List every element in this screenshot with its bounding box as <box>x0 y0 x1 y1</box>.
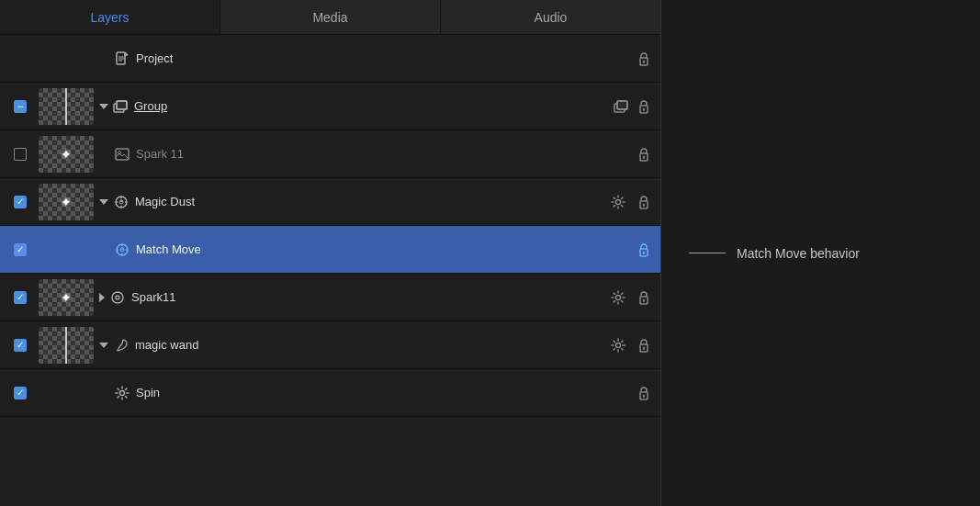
thumbnail-magic-dust: ✦ <box>39 184 94 220</box>
checkbox-area-spark11-2 <box>7 291 33 304</box>
checkbox-magic-wand[interactable] <box>14 339 27 352</box>
lock-icon-spark11-2[interactable] <box>635 288 653 307</box>
lock-icon-spark11[interactable] <box>635 145 653 163</box>
thumbnail-magic-wand <box>39 327 94 364</box>
layer-name-spark11: Spark 11 <box>136 147 635 161</box>
svg-point-29 <box>616 199 621 204</box>
document-icon-project <box>113 51 131 66</box>
layer-name-magic-wand: magic wand <box>135 338 609 352</box>
layer-name-group: Group <box>134 99 613 113</box>
gear-icon-magic-dust[interactable] <box>609 193 627 211</box>
thumbnail-spark11-2: ✦ <box>39 279 94 316</box>
gear-icon-spin-layer <box>113 386 131 400</box>
layer-name-magic-dust: Magic Dust <box>135 195 609 208</box>
behavior-icon-match-move <box>113 242 131 257</box>
lock-icon-match-move[interactable] <box>635 241 653 259</box>
annotation-text: Match Move behavior <box>737 246 860 261</box>
thumbnail-group <box>39 88 94 125</box>
triangle-spark11-2[interactable] <box>99 293 105 302</box>
image-icon-spark11 <box>113 148 131 161</box>
tab-audio[interactable]: Audio <box>441 0 660 34</box>
circle-icon-spark11-2 <box>108 290 127 305</box>
layer-name-project: Project <box>136 51 635 65</box>
group-icon-2 <box>613 97 631 116</box>
thumbnail-spark11: ✦ <box>39 136 94 173</box>
tab-media[interactable]: Media <box>220 0 441 34</box>
behavior-icon-magic-dust <box>112 195 130 209</box>
svg-point-45 <box>116 296 119 299</box>
checkbox-spark11-2[interactable] <box>14 291 27 304</box>
layer-row-spark11[interactable]: ✦ Spark 11 <box>0 130 660 178</box>
layer-row-project[interactable]: Project <box>0 35 660 83</box>
svg-rect-8 <box>117 101 127 109</box>
triangle-group[interactable] <box>99 104 108 109</box>
group-icon <box>112 97 130 116</box>
wand-icon-magic-wand <box>112 338 130 353</box>
svg-rect-11 <box>617 101 627 109</box>
layer-row-match-move[interactable]: Match Move <box>0 226 660 274</box>
layer-name-spin: Spin <box>136 386 635 399</box>
checkbox-area-magic-wand <box>7 339 33 352</box>
gear-icon-spark11-2[interactable] <box>609 288 627 307</box>
checkbox-area-match-move <box>7 243 33 256</box>
layer-name-spark11-2: Spark11 <box>131 290 609 304</box>
checkbox-area-spark11 <box>7 148 33 161</box>
tab-layers[interactable]: Layers <box>0 0 220 34</box>
checkbox-area-spin <box>7 387 33 399</box>
annotation-line-left <box>689 253 726 253</box>
svg-point-44 <box>112 292 123 303</box>
layer-row-magic-dust[interactable]: ✦ Magic Dust <box>0 178 660 226</box>
checkbox-group[interactable] <box>14 100 27 113</box>
lock-icon-magic-wand[interactable] <box>635 336 653 354</box>
checkbox-spark11[interactable] <box>14 148 27 161</box>
gear-icon-magic-wand[interactable] <box>609 336 627 354</box>
lock-icon-spin[interactable] <box>635 384 653 402</box>
checkbox-area-group <box>7 100 33 113</box>
layer-row-spin[interactable]: Spin <box>0 369 660 417</box>
checkbox-area-magic-dust <box>7 196 33 208</box>
lock-icon-magic-dust[interactable] <box>635 193 653 211</box>
layers-list: Project <box>0 35 660 506</box>
annotation: Match Move behavior <box>689 246 860 261</box>
svg-rect-16 <box>116 149 129 160</box>
svg-point-50 <box>616 343 621 347</box>
triangle-magic-dust[interactable] <box>99 199 108 205</box>
layer-row-magic-wand[interactable]: magic wand <box>0 321 660 369</box>
checkbox-spin[interactable] <box>14 387 27 399</box>
checkbox-magic-dust[interactable] <box>14 196 27 208</box>
layer-row-spark11-2[interactable]: ✦ Spark11 <box>0 274 660 321</box>
lock-icon-group[interactable] <box>635 97 653 116</box>
right-panel: Match Move behavior <box>661 0 980 506</box>
svg-point-54 <box>120 390 125 395</box>
svg-point-46 <box>616 295 621 299</box>
layers-panel: Layers Media Audio <box>0 0 661 506</box>
lock-icon-project[interactable] <box>635 50 653 68</box>
checkbox-match-move[interactable] <box>14 243 27 256</box>
tab-bar: Layers Media Audio <box>0 0 660 35</box>
layer-name-match-move: Match Move <box>136 242 635 256</box>
layer-row-group[interactable]: Group <box>0 83 660 130</box>
triangle-magic-wand[interactable] <box>99 343 108 348</box>
